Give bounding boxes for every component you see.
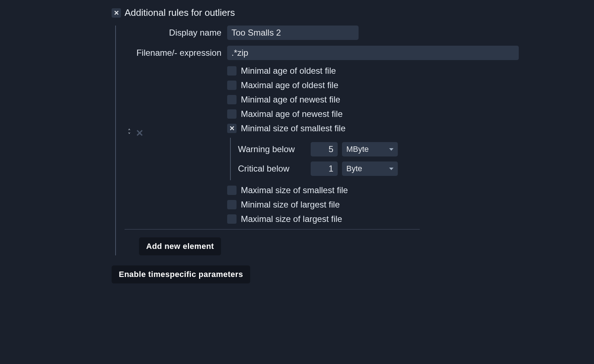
display-name-label: Display name xyxy=(125,28,227,38)
remove-element-button[interactable]: ✕ xyxy=(136,128,144,139)
max-size-smallest-label: Maximal size of smallest file xyxy=(241,185,348,195)
max-size-smallest-checkbox[interactable] xyxy=(227,186,237,195)
min-age-oldest-checkbox[interactable] xyxy=(227,66,237,76)
max-age-oldest-checkbox[interactable] xyxy=(227,81,237,90)
display-name-input[interactable] xyxy=(227,26,359,40)
chevron-down-icon xyxy=(389,148,393,151)
critical-below-unit-select[interactable]: Byte xyxy=(342,161,398,176)
chevron-down-icon: ˅ xyxy=(128,133,131,137)
reorder-handle[interactable]: ˄ ˅ xyxy=(128,130,131,137)
warning-below-label: Warning below xyxy=(238,144,306,154)
min-size-largest-checkbox[interactable] xyxy=(227,200,237,209)
warning-below-unit-value: MByte xyxy=(346,145,369,154)
section-toggle[interactable] xyxy=(112,8,121,18)
critical-below-label: Critical below xyxy=(238,164,306,174)
min-age-oldest-label: Minimal age of oldest file xyxy=(241,66,336,76)
min-size-smallest-label: Minimal size of smallest file xyxy=(241,123,346,133)
divider xyxy=(125,229,420,229)
add-new-element-button[interactable]: Add new element xyxy=(139,237,221,255)
enable-timespecific-button[interactable]: Enable timespecific parameters xyxy=(112,265,250,283)
chevron-down-icon xyxy=(389,168,393,170)
min-age-newest-label: Minimal age of newest file xyxy=(241,95,340,105)
critical-below-input[interactable] xyxy=(311,161,338,176)
max-age-newest-checkbox[interactable] xyxy=(227,109,237,119)
max-size-largest-checkbox[interactable] xyxy=(227,214,237,224)
min-age-newest-checkbox[interactable] xyxy=(227,95,237,104)
section-title: Additional rules for outliers xyxy=(125,7,235,18)
filename-expr-label: Filename/- expression xyxy=(125,48,227,58)
warning-below-input[interactable] xyxy=(311,142,338,156)
max-age-oldest-label: Maximal age of oldest file xyxy=(241,80,338,90)
critical-below-unit-value: Byte xyxy=(346,164,362,173)
max-age-newest-label: Maximal age of newest file xyxy=(241,109,343,119)
warning-below-unit-select[interactable]: MByte xyxy=(342,142,398,156)
max-size-largest-label: Maximal size of largest file xyxy=(241,214,342,224)
filename-expr-input[interactable] xyxy=(227,46,519,60)
min-size-smallest-checkbox[interactable] xyxy=(227,124,237,133)
min-size-largest-label: Minimal size of largest file xyxy=(241,200,340,210)
